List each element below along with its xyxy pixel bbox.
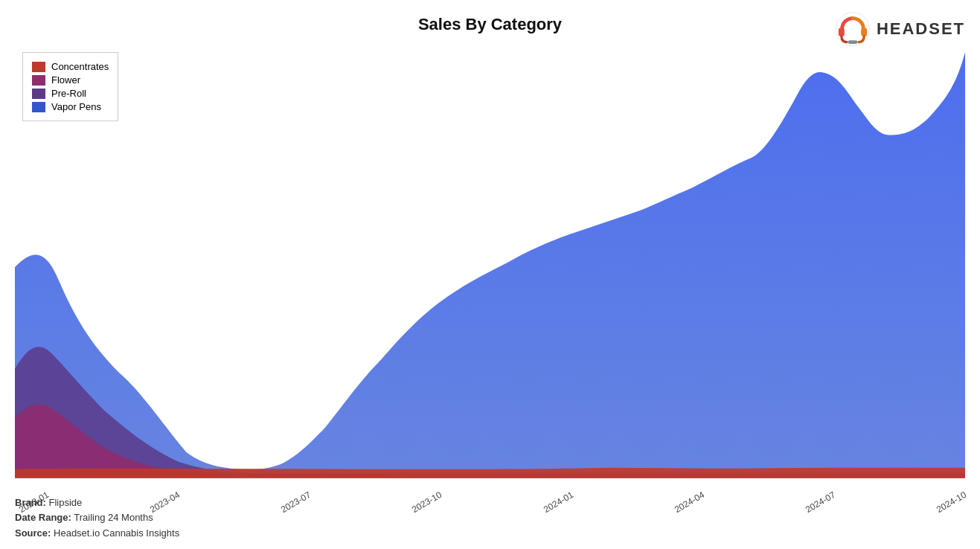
date-range-value: Trailing 24 Months: [74, 512, 153, 523]
footer-info: Brand: Flipside Date Range: Trailing 24 …: [15, 495, 179, 542]
legend-item-concentrates: Concentrates: [32, 61, 109, 72]
brand-value: Flipside: [49, 497, 83, 508]
source-value: Headset.io Cannabis Insights: [54, 527, 179, 539]
legend-item-vapor-pens: Vapor Pens: [32, 101, 109, 112]
x-label-2024-07: 2024-07: [804, 489, 837, 515]
chart-svg: [15, 48, 965, 478]
x-label-2024-04: 2024-04: [673, 489, 706, 515]
legend-color-vapor-pens: [32, 102, 45, 112]
vapor-pens-area: [15, 52, 965, 478]
svg-rect-1: [839, 28, 845, 36]
legend-color-concentrates: [32, 62, 45, 72]
headset-logo-icon: [835, 11, 871, 47]
legend-color-flower: [32, 75, 45, 86]
legend-label-concentrates: Concentrates: [51, 61, 109, 72]
x-label-2023-10: 2023-10: [410, 489, 443, 515]
date-range-label: Date Range:: [15, 512, 71, 523]
headset-logo-text: HEADSET: [877, 19, 965, 39]
chart-area: [15, 48, 965, 478]
svg-rect-2: [861, 28, 867, 36]
concentrates-area: [15, 468, 965, 478]
svg-rect-3: [848, 40, 857, 44]
x-label-2024-01: 2024-01: [541, 489, 574, 515]
legend-label-flower: Flower: [51, 74, 80, 86]
legend-color-preroll: [32, 89, 45, 99]
footer-brand: Brand: Flipside: [15, 495, 179, 511]
x-label-2024-10: 2024-10: [935, 489, 968, 515]
legend-item-preroll: Pre-Roll: [32, 88, 109, 99]
chart-legend: Concentrates Flower Pre-Roll Vapor Pens: [22, 52, 118, 121]
brand-label: Brand:: [15, 497, 46, 508]
legend-item-flower: Flower: [32, 74, 109, 86]
footer-source: Source: Headset.io Cannabis Insights: [15, 526, 179, 542]
x-label-2023-07: 2023-07: [279, 489, 313, 515]
footer-date-range: Date Range: Trailing 24 Months: [15, 510, 179, 526]
source-label: Source:: [15, 527, 51, 539]
legend-label-vapor-pens: Vapor Pens: [51, 101, 101, 112]
headset-logo: HEADSET: [835, 11, 965, 47]
legend-label-preroll: Pre-Roll: [51, 88, 86, 99]
chart-container: Sales By Category HEADSET Concentrates: [0, 0, 980, 549]
chart-title: Sales By Category: [15, 15, 965, 34]
